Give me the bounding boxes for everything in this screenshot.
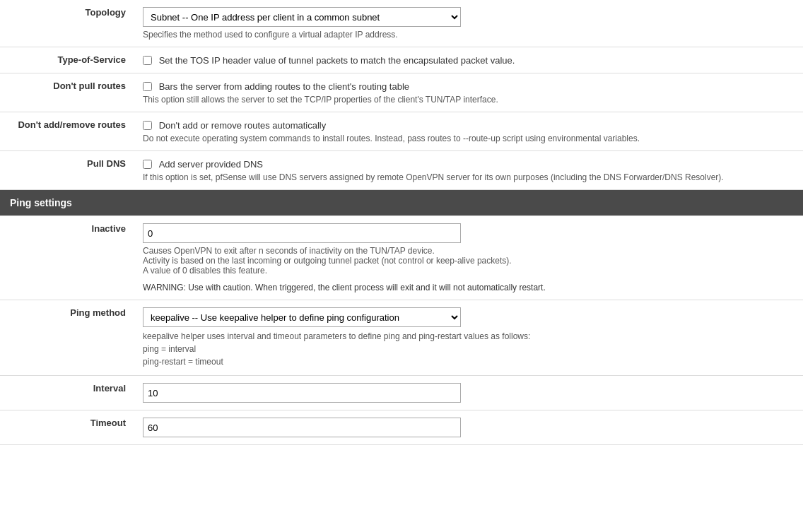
ping-method-row: Ping method keepalive -- Use keepalive h… (0, 300, 803, 376)
dont-pull-routes-value-cell: Bars the server from adding routes to th… (134, 73, 803, 112)
inactive-value-cell: Causes OpenVPN to exit after n seconds o… (134, 216, 803, 300)
timeout-row: Timeout (0, 410, 803, 445)
dont-add-remove-routes-checkbox[interactable] (143, 121, 152, 130)
dont-pull-routes-checkbox-label[interactable]: Bars the server from adding routes to th… (143, 81, 409, 91)
timeout-input[interactable] (143, 418, 461, 437)
dont-add-remove-routes-description: Do not execute operating system commands… (143, 134, 795, 143)
dont-pull-routes-label: Don't pull routes (0, 73, 134, 112)
topology-label: Topology (0, 0, 134, 47)
pull-dns-row: Pull DNS Add server provided DNS If this… (0, 151, 803, 190)
dont-add-remove-routes-value-cell: Don't add or remove routes automatically… (134, 112, 803, 151)
ping-method-desc-1: ping = interval (143, 343, 795, 355)
pull-dns-checkbox[interactable] (143, 160, 152, 169)
topology-value-cell: Subnet -- One IP address per client in a… (134, 0, 803, 47)
inactive-label: Inactive (0, 216, 134, 300)
ping-settings-header: Ping settings (0, 190, 803, 216)
dont-pull-routes-checkbox[interactable] (143, 82, 152, 91)
inactive-input[interactable] (143, 223, 461, 243)
type-of-service-checkbox-label[interactable]: Set the TOS IP header value of tunnel pa… (143, 54, 515, 65)
ping-method-value-cell: keepalive -- Use keepalive helper to def… (134, 300, 803, 376)
type-of-service-value-cell: Set the TOS IP header value of tunnel pa… (134, 47, 803, 73)
dont-pull-routes-row: Don't pull routes Bars the server from a… (0, 73, 803, 112)
topology-row: Topology Subnet -- One IP address per cl… (0, 0, 803, 47)
ping-method-select[interactable]: keepalive -- Use keepalive helper to def… (143, 307, 461, 327)
interval-input[interactable] (143, 383, 461, 403)
ping-method-desc-0: keepalive helper uses interval and timeo… (143, 330, 795, 343)
inactive-row: Inactive Causes OpenVPN to exit after n … (0, 216, 803, 300)
interval-value-cell (134, 376, 803, 410)
pull-dns-value-cell: Add server provided DNS If this option i… (134, 151, 803, 190)
dont-add-remove-routes-checkbox-label[interactable]: Don't add or remove routes automatically (143, 119, 326, 130)
inactive-desc-1: Activity is based on the last incoming o… (143, 256, 795, 266)
inactive-desc-2: A value of 0 disables this feature. (143, 266, 795, 276)
inactive-warning: WARNING: Use with caution. When triggere… (143, 283, 795, 292)
type-of-service-row: Type-of-Service Set the TOS IP header va… (0, 47, 803, 73)
interval-row: Interval (0, 376, 803, 410)
pull-dns-checkbox-label[interactable]: Add server provided DNS (143, 158, 263, 169)
timeout-value-cell (134, 410, 803, 445)
timeout-label: Timeout (0, 410, 134, 445)
dont-add-remove-routes-label: Don't add/remove routes (0, 112, 134, 151)
type-of-service-label: Type-of-Service (0, 47, 134, 73)
pull-dns-label: Pull DNS (0, 151, 134, 190)
dont-pull-routes-checkbox-text: Bars the server from adding routes to th… (159, 81, 409, 92)
topology-description: Specifies the method used to configure a… (143, 30, 795, 40)
type-of-service-checkbox[interactable] (143, 56, 152, 65)
interval-label: Interval (0, 376, 134, 410)
inactive-desc-0: Causes OpenVPN to exit after n seconds o… (143, 246, 795, 256)
ping-method-desc-2: ping-restart = timeout (143, 355, 795, 368)
dont-add-remove-routes-row: Don't add/remove routes Don't add or rem… (0, 112, 803, 151)
ping-method-label: Ping method (0, 300, 134, 376)
ping-settings-header-row: Ping settings (0, 190, 803, 216)
type-of-service-checkbox-text: Set the TOS IP header value of tunnel pa… (159, 55, 515, 66)
dont-add-remove-routes-checkbox-text: Don't add or remove routes automatically (159, 120, 327, 131)
dont-pull-routes-description: This option still allows the server to s… (143, 95, 795, 105)
topology-select[interactable]: Subnet -- One IP address per client in a… (143, 7, 461, 27)
pull-dns-description: If this option is set, pfSense will use … (143, 172, 795, 182)
pull-dns-checkbox-text: Add server provided DNS (159, 159, 263, 170)
